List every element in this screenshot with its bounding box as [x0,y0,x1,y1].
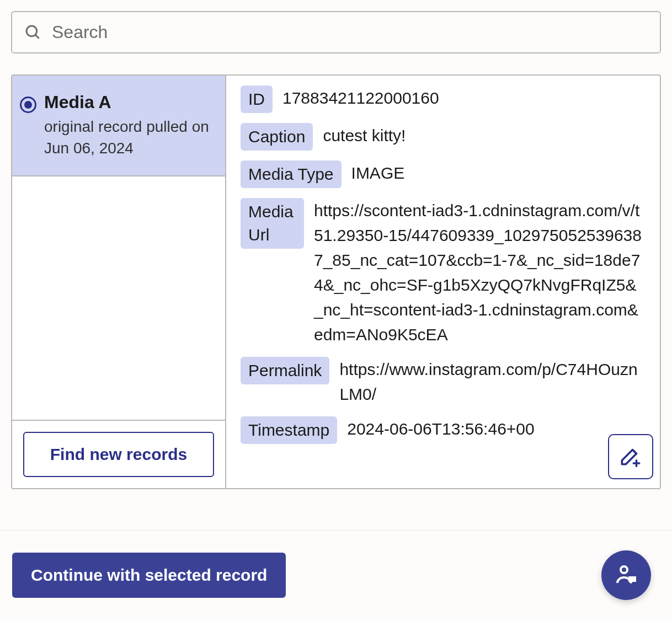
field-row: Caption cutest kitty! [241,123,646,151]
record-item[interactable]: Media A original record pulled on Jun 06… [12,76,225,176]
field-row: Timestamp 2024-06-06T13:56:46+00 [241,416,646,444]
svg-point-0 [26,26,37,36]
field-value: https://scontent-iad3-1.cdninstagram.com… [314,198,646,347]
chat-person-icon [613,561,639,590]
field-row: Media Type IMAGE [241,160,646,188]
find-records-wrap: Find new records [12,421,225,488]
record-title: Media A [44,92,215,113]
search-bar[interactable] [11,11,661,53]
edit-button[interactable] [608,434,653,479]
field-label: Media Url [241,198,304,249]
chat-fab[interactable] [601,550,651,600]
radio-selected-icon[interactable] [20,97,36,113]
record-subtitle: original record pulled on Jun 06, 2024 [44,116,215,159]
edit-plus-icon [619,444,642,469]
field-label: ID [241,85,273,113]
svg-point-4 [621,566,627,573]
field-row: Permalink https://www.instagram.com/p/C7… [241,357,646,406]
field-row: Media Url https://scontent-iad3-1.cdnins… [241,198,646,347]
field-value: cutest kitty! [323,123,406,148]
field-row: ID 17883421122000160 [241,85,646,113]
main-panel: Media A original record pulled on Jun 06… [11,74,661,489]
record-details: ID 17883421122000160 Caption cutest kitt… [226,76,660,488]
records-list: Media A original record pulled on Jun 06… [12,76,226,488]
bottom-bar: Continue with selected record [0,530,672,621]
field-value: IMAGE [351,160,405,185]
field-label: Permalink [241,357,329,384]
field-value: 2024-06-06T13:56:46+00 [347,416,534,441]
find-new-records-button[interactable]: Find new records [23,432,214,477]
field-label: Media Type [241,160,342,188]
continue-button[interactable]: Continue with selected record [12,553,286,598]
field-label: Caption [241,123,313,151]
field-label: Timestamp [241,416,337,444]
records-spacer [12,176,225,421]
record-text: Media A original record pulled on Jun 06… [44,92,215,159]
search-icon [24,24,42,41]
search-input[interactable] [52,22,648,42]
svg-line-1 [35,35,39,39]
field-value: 17883421122000160 [282,85,439,110]
field-value: https://www.instagram.com/p/C74HOuznLM0/ [339,357,646,406]
